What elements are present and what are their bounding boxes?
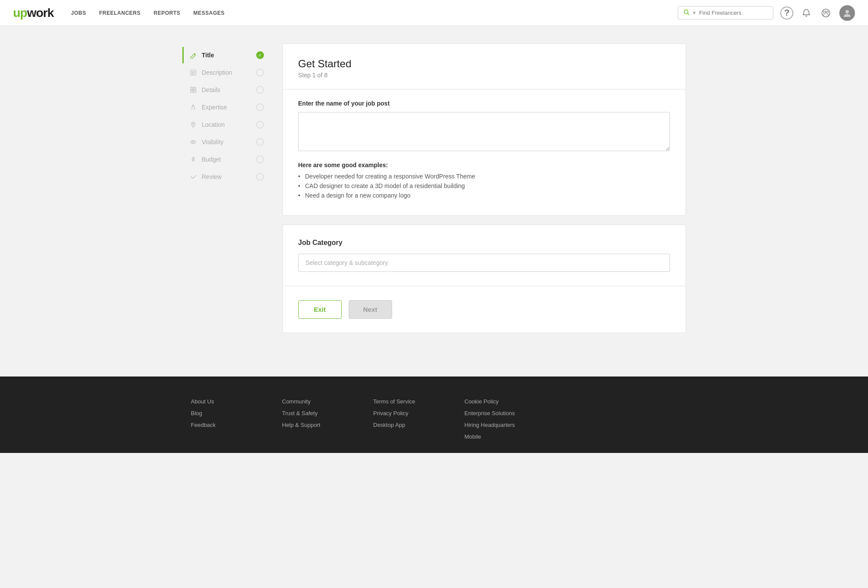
footer-hiring-hq[interactable]: Hiring Headquarters [465,422,530,428]
sidebar-item-title[interactable]: Title ✓ [182,47,269,63]
nav-jobs[interactable]: Jobs [71,10,86,16]
category-select[interactable]: Select category & subcategory [298,254,670,272]
footer-terms[interactable]: Terms of Service [373,398,439,405]
divider-2 [283,286,686,286]
examples-heading: Here are some good examples: [298,162,670,168]
footer-about-us[interactable]: About Us [191,398,256,405]
footer-col-2: Community Trust & Safety Help & Support [282,398,347,440]
expertise-icon [189,104,198,111]
svg-rect-11 [194,87,196,89]
search-icon [683,9,690,17]
footer-inner: About Us Blog Feedback Community Trust &… [174,398,695,440]
card-subtitle: Step 1 of 8 [298,72,670,79]
title-icon [189,52,198,59]
budget-icon [189,156,198,163]
footer-desktop-app[interactable]: Desktop App [373,422,439,428]
visibility-check [256,138,264,146]
footer-help-support[interactable]: Help & Support [282,422,347,428]
description-check [256,69,264,76]
description-icon [189,69,198,76]
job-category-card: Job Category Select category & subcatego… [282,225,686,333]
sidebar-item-details[interactable]: Details [182,82,269,98]
footer-trust-safety[interactable]: Trust & Safety [282,410,347,416]
buttons-row: Exit Next [298,297,670,319]
divider-1 [283,89,686,89]
main-nav: Jobs Freelancers Reports Messages [71,10,678,16]
sidebar-item-expertise[interactable]: Expertise [182,99,269,116]
user-avatar[interactable] [839,5,855,21]
sidebar-title-label: Title [202,52,256,59]
nav-freelancers[interactable]: Freelancers [99,10,141,16]
title-check: ✓ [256,51,264,59]
sidebar-item-description[interactable]: Description [182,64,269,81]
help-button[interactable]: ? [780,7,793,20]
footer-feedback[interactable]: Feedback [191,422,256,428]
next-button[interactable]: Next [349,300,392,319]
details-icon [189,86,198,93]
review-icon [189,173,198,180]
job-title-textarea[interactable] [298,112,670,151]
svg-point-5 [845,10,849,13]
card-title: Get Started [298,58,670,70]
sidebar-item-budget[interactable]: Budget [182,151,269,168]
footer-enterprise[interactable]: Enterprise Solutions [465,410,530,416]
review-check [256,173,264,181]
category-label: Job Category [298,239,670,247]
sidebar-budget-label: Budget [202,156,256,163]
visibility-icon [189,139,198,145]
sidebar-description-label: Description [202,69,256,76]
footer-community[interactable]: Community [282,398,347,405]
get-started-card: Get Started Step 1 of 8 Enter the name o… [282,43,686,216]
notifications-button[interactable] [800,7,812,19]
sidebar-location-label: Location [202,121,256,128]
sidebar-details-label: Details [202,86,256,93]
exit-button[interactable]: Exit [298,300,342,319]
svg-point-15 [192,123,194,125]
sidebar-item-location[interactable]: Location [182,116,269,133]
footer-mobile[interactable]: Mobile [465,433,530,440]
search-dropdown-icon[interactable]: ▼ [692,10,696,15]
logo[interactable]: upwork [13,6,54,20]
content-area: Get Started Step 1 of 8 Enter the name o… [269,43,686,342]
job-post-field-label: Enter the name of your job post [298,100,670,107]
example-item: CAD designer to create a 3D model of a r… [298,182,670,189]
svg-rect-10 [191,87,193,89]
footer-cookie[interactable]: Cookie Policy [465,398,530,405]
svg-rect-13 [194,90,196,92]
footer-privacy[interactable]: Privacy Policy [373,410,439,416]
footer-col-3: Terms of Service Privacy Policy Desktop … [373,398,439,440]
nav-reports[interactable]: Reports [154,10,181,16]
example-item: Need a design for a new company logo [298,192,670,199]
footer-col-1: About Us Blog Feedback [191,398,256,440]
sidebar-visibility-label: Visibility [202,139,256,145]
nav-messages[interactable]: Messages [193,10,224,16]
sidebar-expertise-label: Expertise [202,104,256,111]
svg-point-2 [822,9,830,17]
header-right: ▼ ? [678,5,855,21]
examples-section: Here are some good examples: Developer n… [298,162,670,199]
svg-point-14 [192,105,194,106]
footer-blog[interactable]: Blog [191,410,256,416]
sidebar-item-visibility[interactable]: Visibility [182,134,269,150]
sidebar-review-label: Review [202,173,256,180]
svg-point-16 [192,141,194,143]
location-check [256,121,264,129]
details-check [256,86,264,94]
footer-col-4: Cookie Policy Enterprise Solutions Hirin… [465,398,530,440]
svg-point-3 [824,11,826,13]
sidebar-item-review[interactable]: Review [182,168,269,185]
expertise-check [256,103,264,111]
header: upwork Jobs Freelancers Reports Messages… [0,0,868,26]
examples-list: Developer needed for creating a responsi… [298,173,670,199]
search-input[interactable] [699,10,768,16]
svg-point-4 [826,11,828,13]
budget-check [256,155,264,163]
main-wrapper: Title ✓ Description [174,26,695,359]
sidebar: Title ✓ Description [182,43,269,342]
logo-text: upwork [13,6,54,20]
svg-line-1 [688,13,690,15]
example-item: Developer needed for creating a responsi… [298,173,670,180]
switch-account-button[interactable] [819,7,832,20]
search-box[interactable]: ▼ [678,6,773,20]
svg-rect-12 [191,90,193,92]
